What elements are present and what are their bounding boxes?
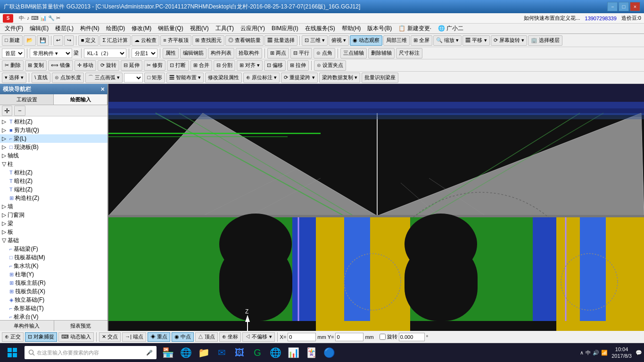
tree-item-column-group[interactable]: ▽ 柱 [0,160,107,168]
cloud-check-button[interactable]: ☁ 云检查 [132,35,159,46]
redo-button[interactable]: ↪ [64,35,74,46]
maximize-button[interactable]: □ [619,2,629,11]
menu-online[interactable]: 在线服务(S) [302,24,338,33]
tree-item-raft[interactable]: □ 筏板基础(M) [0,253,107,262]
component-type-select[interactable]: 常用构件 ▾ [30,49,72,58]
tree-item-isolated-found[interactable]: ◈ 独立基础(F) [0,296,107,304]
intersection-button[interactable]: ✕ 交点 [99,332,121,342]
menu-floor[interactable]: 楼层(L) [52,24,76,33]
align-button[interactable]: ⊞ 对齐 ▾ [237,60,263,71]
notification-button[interactable]: 💬 [636,350,642,356]
properties-button[interactable]: 属性 [163,48,179,58]
local-3d-button[interactable]: 局部三维 [383,35,410,46]
tray-network[interactable]: 📶 [601,350,608,356]
modify-beam-attr-button[interactable]: 修改梁段属性 [205,73,242,83]
tree-item-slab[interactable]: ▷ □ 现浇板(B) [0,143,107,151]
three-arc-button[interactable]: ⌒ 三点画弧 ▾ [85,73,123,83]
menu-bim[interactable]: BIM应用(I) [269,24,301,33]
undo-button[interactable]: ↩ [53,35,63,46]
save-button[interactable]: 💾 [37,35,49,46]
tab-drawing-input[interactable]: 绘图输入 [54,94,107,105]
menu-new-change[interactable]: 📋 新建变更· [396,24,434,33]
tree-item-beam[interactable]: ▷ ⌐ 梁(L) [0,134,107,143]
smart-layout-button[interactable]: ☰ 智能布置 ▾ [166,73,204,83]
zoom-button[interactable]: 🔍 缩放 ▾ [433,35,462,46]
tray-volume[interactable]: 🔊 [593,350,599,356]
menu-view[interactable]: 视图(V) [187,24,212,33]
rectangle-button[interactable]: □ 矩形 [144,73,165,83]
menu-assistant[interactable]: 🌐 广小二 [435,24,466,33]
rotate-input[interactable] [399,333,425,341]
edit-rebar-button[interactable]: 编辑钢筋 [180,48,206,58]
tree-item-wall-group[interactable]: ▷ 墙 [0,202,107,211]
menu-tools[interactable]: 工具(T) [213,24,237,33]
search-bar[interactable]: 在这里输入你要搜索的内容 🎤 [25,346,157,359]
define-button[interactable]: ■ 定义 [78,35,99,46]
taskbar-globe-icon[interactable]: 🌐 [268,345,283,360]
tree-item-pit[interactable]: ⌐ 集水坑(K) [0,262,107,270]
find-element-button[interactable]: ⊞ 查找图元 [192,35,224,46]
sidebar-tool-minus[interactable]: － [14,106,25,116]
sidebar-tool-add[interactable]: ✛ [2,106,12,116]
tree-item-col-cap[interactable]: ⊞ 柱墩(Y) [0,270,107,279]
taskbar-folder-icon[interactable]: 📁 [196,345,211,360]
select-button[interactable]: ▾ 选择 ▾ [2,73,26,83]
menu-cloud[interactable]: 云应用(Y) [238,24,268,33]
top-view-button[interactable]: 俯视 ▾ [329,35,349,46]
tray-input-method[interactable]: 中 [586,349,591,356]
center-button[interactable]: ◉ 中点 [172,332,194,342]
taskbar-green-icon[interactable]: G [250,345,265,360]
stretch-button[interactable]: ⊞ 拉伸 [287,60,309,71]
tree-item-raft-main-rebar[interactable]: ⊞ 筏板主筋(R) [0,279,107,287]
extend-button[interactable]: ⊟ 延伸 [121,60,142,71]
copy-span-data-button[interactable]: 梁跨数据复制 ▾ [319,73,360,83]
vertex-button[interactable]: △ 顶点 [195,332,218,342]
select-floor-button[interactable]: 🏢 选择楼层 [528,35,562,46]
menu-draw[interactable]: 绘图(D) [103,24,128,33]
minimize-button[interactable]: － [607,2,618,11]
dynamic-input-button[interactable]: ⌨ 动态输入 [58,332,94,342]
tree-item-frame-col2[interactable]: T 框柱(Z) [0,168,107,177]
midpoint-button[interactable]: ◈ 重点 [148,332,170,342]
tree-item-end-col[interactable]: T 端柱(Z) [0,185,107,194]
y-coord-input[interactable] [335,333,363,341]
origin-mark-button[interactable]: ⊕ 原位标注 ▾ [243,73,280,83]
taskbar-store-icon[interactable]: 🏪 [160,345,175,360]
layer-select[interactable]: 分层1 [132,49,157,58]
dimension-button[interactable]: 尺寸标注 [396,48,422,58]
copy-button[interactable]: ⊞ 复制 [25,60,47,71]
tree-item-shear-wall[interactable]: ▷ ■ 剪力墙(Q) [0,126,107,134]
window-controls[interactable]: － □ × [607,2,640,11]
tree-item-beam-group[interactable]: ▷ 梁 [0,219,107,228]
component-list-button[interactable]: 构件列表 [208,48,234,58]
tree-item-pile-cap[interactable]: ⌐ 桩承台(V) [0,313,107,320]
tree-item-found-beam[interactable]: ⌐ 基础梁(F) [0,245,107,253]
rotate-button[interactable]: ⟳ 旋转 [98,60,119,71]
split-button[interactable]: ⊟ 分割 [214,60,235,71]
no-offset-button[interactable]: ◁ 不偏移 ▾ [242,332,274,342]
taskbar-edge-icon[interactable]: 🌐 [178,345,193,360]
mirror-button[interactable]: ⟺ 镜像 [48,60,73,71]
break-button[interactable]: ⊡ 打断 [167,60,189,71]
set-vertex-button[interactable]: ⊙ 设置夹点 [314,60,346,71]
level-top-button[interactable]: ≡ 齐平板顶 [160,35,191,46]
taskbar-time[interactable]: 10:04 2017/8/3 [611,346,632,360]
tree-item-struct-col[interactable]: ⊞ 构造柱(Z) [0,194,107,202]
taskbar-blue-icon[interactable]: 🔵 [322,345,337,360]
tree-item-strip-found[interactable]: ⌐ 条形基础(T) [0,304,107,313]
floor-select[interactable]: 首层 [2,49,25,58]
rotate-screen-button[interactable]: ⟳ 屏幕旋转 ▾ [491,35,527,46]
report-preview-button[interactable]: 报表预览 [54,321,108,331]
tree-item-foundation-group[interactable]: ▽ 基础 [0,236,107,245]
menu-component[interactable]: 构件(N) [77,24,102,33]
rotate-checkbox[interactable] [380,334,386,340]
close-button[interactable]: × [630,2,640,11]
orthogonal-button[interactable]: ⊕ 正交 [2,332,24,342]
trim-button[interactable]: ✂ 修剪 [144,60,165,71]
taskbar-card-icon[interactable]: 🃏 [304,345,319,360]
menu-version[interactable]: 版本号(B) [364,24,395,33]
fullscreen-button[interactable]: ⊞ 全屏 [411,35,432,46]
single-component-input-button[interactable]: 单构件输入 [0,321,54,331]
arc-select[interactable] [124,73,143,82]
open-button[interactable]: 📂 [24,35,36,46]
